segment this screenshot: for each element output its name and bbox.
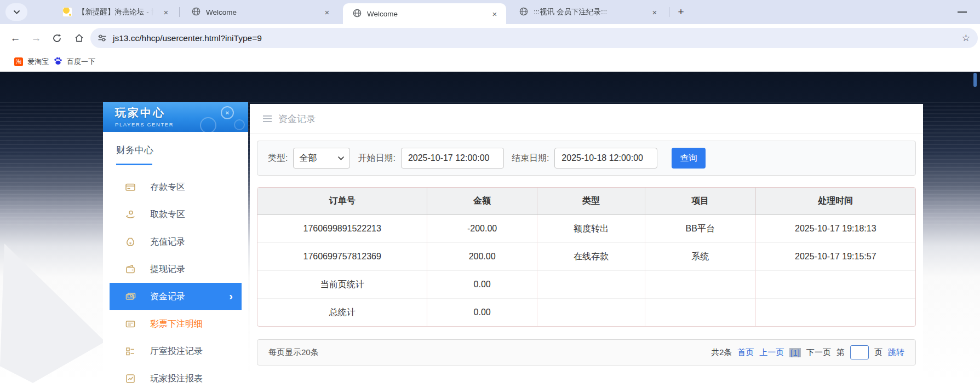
cell-process-time: 2025-10-17 19:18:13 — [755, 215, 915, 243]
cell-label: 总统计 — [257, 299, 427, 327]
sidebar-item-label: 厅室投注记录 — [150, 346, 203, 357]
jump-suffix-label: 页 — [874, 347, 882, 358]
sidebar-item-withdrawal-records[interactable]: 提现记录 — [110, 256, 242, 283]
cell-amount: 200.00 — [427, 243, 537, 271]
withdraw-hand-icon — [125, 209, 136, 220]
tab-title: Welcome — [206, 8, 317, 16]
hall-bet-icon — [125, 346, 136, 357]
tab-separator — [179, 7, 180, 17]
url-text[interactable]: js13.cc/hhcp/usercenter.html?iniType=9 — [113, 33, 262, 43]
total-count-text: 共2条 — [711, 347, 732, 358]
home-button[interactable] — [70, 24, 88, 52]
controller-deco-icon — [234, 119, 245, 130]
sidebar-item-deposit-zone[interactable]: 存款专区 — [110, 173, 242, 201]
cell-empty — [755, 271, 915, 299]
wallet-icon — [125, 264, 136, 275]
col-amount: 金额 — [427, 188, 537, 215]
deposit-card-icon — [125, 182, 136, 193]
sidebar-item-withdraw-zone[interactable]: 取款专区 — [110, 201, 242, 228]
cell-amount: 0.00 — [427, 271, 537, 299]
bookmark-label: 爱淘宝 — [27, 57, 49, 67]
forward-button[interactable]: → — [27, 24, 45, 52]
close-icon[interactable]: × — [650, 7, 660, 17]
sidebar-item-hall-bet-records[interactable]: 厅室投注记录 — [110, 338, 242, 365]
sidebar-item-player-bet-report[interactable]: 玩家投注报表 — [110, 365, 242, 383]
close-icon[interactable]: × — [490, 9, 500, 19]
tab-welcome-active[interactable]: Welcome × — [343, 3, 506, 24]
col-type: 类型 — [537, 188, 645, 215]
tab-search-button[interactable] — [5, 3, 27, 21]
table-row-page-total: 当前页统计 0.00 — [257, 271, 915, 299]
sidebar-menu: 存款专区 取款专区 ¥ 充值记录 提现记录 — [103, 173, 248, 383]
baidu-paw-icon — [54, 57, 62, 67]
tab-welcome-1[interactable]: Welcome × — [182, 0, 339, 24]
current-page-indicator: [1] — [789, 348, 801, 357]
sidebar-item-label: 资金记录 — [150, 291, 185, 303]
cell-order-id: 1760699891522213 — [257, 215, 427, 243]
chevron-down-icon — [338, 156, 344, 160]
lottery-detail-icon — [125, 318, 136, 329]
cell-project: 系统 — [645, 243, 755, 271]
bookmark-label: 百度一下 — [67, 57, 95, 67]
funds-record-icon — [125, 291, 136, 302]
tab-haiyan-forum[interactable]: 【新提醒】海燕论坛 - 博学交流 × — [53, 0, 177, 24]
player-center-sidebar: 玩家中心 PLAYERS CENTER ✕ 财务中心 存款专区 取款专区 — [103, 102, 248, 383]
start-date-label: 开始日期: — [358, 153, 395, 164]
site-settings-icon[interactable] — [98, 34, 106, 42]
reload-icon — [52, 33, 62, 43]
sidebar-item-funds-records[interactable]: 资金记录 › — [110, 283, 242, 310]
sidebar-subtitle: PLAYERS CENTER — [115, 121, 248, 127]
bookmark-taobao[interactable]: 淘 爱淘宝 — [14, 52, 49, 72]
first-page-link[interactable]: 首页 — [737, 347, 754, 358]
jump-button[interactable]: 跳转 — [888, 347, 904, 358]
cell-empty — [537, 299, 645, 327]
close-icon[interactable]: × — [161, 7, 171, 17]
jump-page-input[interactable] — [850, 345, 869, 359]
table-row: 1760699757812369 200.00 在线存款 系统 2025-10-… — [257, 243, 915, 271]
end-date-input[interactable] — [554, 148, 657, 169]
cell-order-id: 1760699757812369 — [257, 243, 427, 271]
new-tab-button[interactable]: + — [674, 5, 688, 19]
minimize-button[interactable] — [958, 11, 967, 13]
yellow-favicon — [62, 7, 72, 17]
type-select-value: 全部 — [299, 153, 317, 164]
start-date-input[interactable] — [401, 148, 504, 169]
page-title: 资金记录 — [278, 113, 316, 125]
address-bar[interactable]: js13.cc/hhcp/usercenter.html?iniType=9 ☆ — [90, 28, 978, 48]
bookmark-baidu[interactable]: 百度一下 — [54, 52, 95, 72]
page-scrollbar-thumb[interactable] — [973, 73, 977, 87]
type-label: 类型: — [268, 153, 288, 164]
globe-icon — [519, 7, 528, 18]
tab-strip: 【新提醒】海燕论坛 - 博学交流 × Welcome × Welcome × :… — [0, 0, 980, 24]
cell-amount: -200.00 — [427, 215, 537, 243]
bookmark-star-icon[interactable]: ☆ — [962, 28, 970, 48]
close-icon[interactable]: × — [322, 7, 332, 17]
main-panel: 资金记录 类型: 全部 开始日期: 结束日期: 查询 订单号 金额 — [250, 104, 923, 383]
cell-process-time: 2025-10-17 19:15:57 — [755, 243, 915, 271]
tab-separator — [669, 7, 669, 17]
cell-empty — [755, 299, 915, 327]
cell-label: 当前页统计 — [257, 271, 427, 299]
next-page-link[interactable]: 下一页 — [806, 347, 831, 358]
sidebar-item-lottery-bet-detail[interactable]: 彩票下注明细 — [110, 310, 242, 338]
globe-icon — [353, 9, 362, 19]
pagination-bar: 每页显示20条 共2条 首页 上一页 [1] 下一页 第 页 跳转 — [257, 339, 916, 365]
sidebar-item-recharge-records[interactable]: ¥ 充值记录 — [110, 228, 242, 256]
search-button[interactable]: 查询 — [672, 148, 706, 169]
controller-deco-icon — [200, 117, 216, 132]
cell-project: BB平台 — [645, 215, 755, 243]
finance-center-heading: 财务中心 — [103, 132, 248, 165]
controller-deco-icon: ✕ — [221, 106, 234, 119]
reload-button[interactable] — [48, 24, 66, 52]
moneybag-icon: ¥ — [125, 236, 136, 247]
sidebar-banner: 玩家中心 PLAYERS CENTER ✕ — [103, 102, 248, 132]
type-select[interactable]: 全部 — [293, 148, 350, 169]
col-project: 项目 — [645, 188, 755, 215]
tab-video-records[interactable]: :::视讯 会员下注纪录::: × — [509, 0, 666, 24]
back-button[interactable]: ← — [7, 24, 24, 52]
table-row: 1760699891522213 -200.00 额度转出 BB平台 2025-… — [257, 215, 915, 243]
sidebar-item-label: 存款专区 — [150, 182, 185, 193]
tab-title: :::视讯 会员下注纪录::: — [534, 7, 644, 17]
prev-page-link[interactable]: 上一页 — [759, 347, 784, 358]
globe-icon — [192, 7, 200, 18]
